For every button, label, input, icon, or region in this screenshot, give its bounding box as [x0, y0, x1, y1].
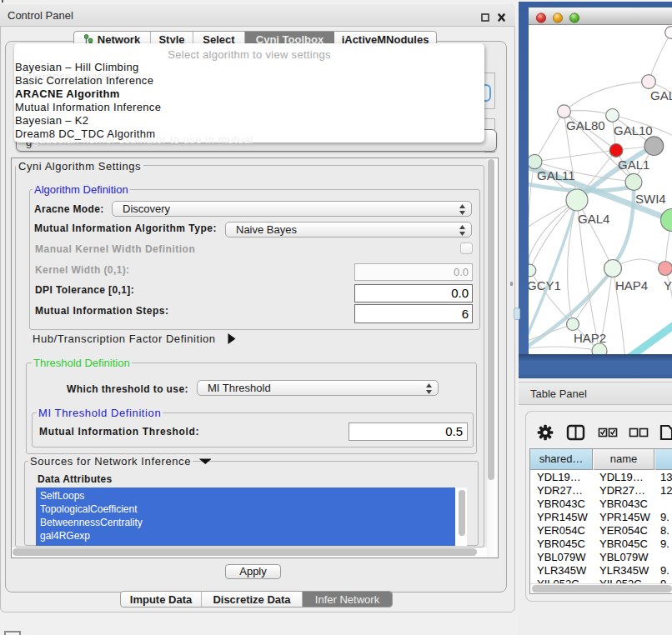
svg-text:SWI4: SWI4 — [635, 192, 666, 206]
svg-text:GAL1: GAL1 — [618, 158, 649, 172]
svg-text:Y: Y — [664, 278, 672, 292]
svg-text:GAL4: GAL4 — [578, 212, 609, 226]
svg-text:HAP4: HAP4 — [615, 278, 648, 292]
svg-text:GAL11: GAL11 — [537, 168, 575, 182]
svg-text:GAL10: GAL10 — [614, 123, 653, 138]
svg-text:GAL: GAL — [650, 88, 672, 102]
svg-text:HAP2: HAP2 — [574, 331, 606, 345]
svg-text:GAL80: GAL80 — [566, 118, 605, 132]
svg-text:GCY1: GCY1 — [529, 278, 561, 292]
